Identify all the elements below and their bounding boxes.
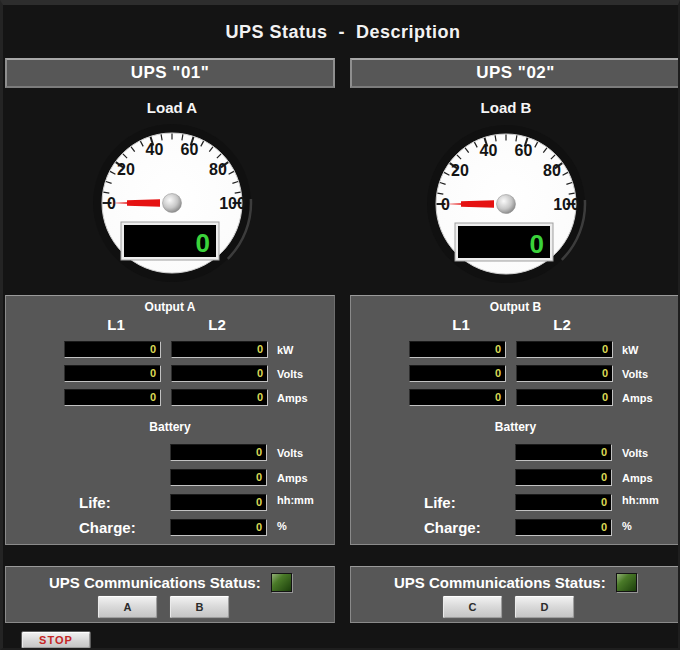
- battery-a-charge-display: 0: [170, 519, 267, 536]
- output-a-volts-l1-display: 0: [64, 365, 161, 382]
- volts-unit-label: Volts: [277, 368, 303, 380]
- gauge-a-title: Load A: [87, 99, 257, 116]
- l2-header: L2: [187, 316, 247, 333]
- ups-a-button[interactable]: A: [97, 595, 158, 619]
- gauge-hub: [163, 194, 182, 213]
- stop-button[interactable]: STOP: [21, 631, 91, 649]
- battery-a-volts-display: 0: [170, 444, 267, 461]
- output-b-heading: Output B: [351, 300, 680, 314]
- output-b-kw-l1-display: 0: [409, 341, 506, 358]
- battery-charge-unit: %: [622, 520, 632, 532]
- battery-amps-unit: Amps: [277, 472, 308, 484]
- output-a-kw-l2-display: 0: [171, 341, 268, 358]
- output-a-volts-l2-display: 0: [171, 365, 268, 382]
- kw-unit-label: kW: [622, 344, 639, 356]
- comms-status-label: UPS Communications Status:: [394, 574, 606, 591]
- comms-status-led: [616, 573, 637, 592]
- output-b-volts-l1-display: 0: [409, 365, 506, 382]
- comms-status-label: UPS Communications Status:: [49, 574, 261, 591]
- battery-b-life-display: 0: [515, 494, 612, 511]
- output-b-panel: Output B L1 L2 0 0 kW 0 0 Volts 0 0 Amps…: [350, 295, 680, 545]
- output-a-amps-l1-display: 0: [64, 389, 161, 406]
- amps-unit-label: Amps: [277, 392, 308, 404]
- svg-text:40: 40: [480, 142, 498, 159]
- output-a-amps-l2-display: 0: [171, 389, 268, 406]
- svg-text:60: 60: [515, 142, 533, 159]
- battery-life-unit: hh:mm: [277, 494, 314, 506]
- page-title: UPS Status - Description: [3, 22, 680, 43]
- battery-b-amps-display: 0: [515, 469, 612, 486]
- output-a-kw-l1-display: 0: [64, 341, 161, 358]
- life-label: Life:: [424, 494, 456, 511]
- gauge-b-title: Load B: [421, 99, 591, 116]
- load-b-gauge: 0 20 40 60 80 100 0: [421, 119, 591, 289]
- load-a-gauge: 0 20 40 60 80 100 0: [87, 118, 257, 288]
- l1-header: L1: [431, 316, 491, 333]
- ups-c-button[interactable]: C: [442, 595, 503, 619]
- l2-header: L2: [532, 316, 592, 333]
- svg-text:20: 20: [451, 162, 469, 179]
- battery-b-volts-display: 0: [515, 444, 612, 461]
- amps-unit-label: Amps: [622, 392, 653, 404]
- battery-amps-unit: Amps: [622, 472, 653, 484]
- comms-panel-1: UPS Communications Status: A B: [5, 566, 335, 623]
- charge-label: Charge:: [79, 519, 136, 536]
- svg-text:20: 20: [117, 161, 135, 178]
- output-a-heading: Output A: [6, 300, 334, 314]
- ups-status-window: UPS Status - Description UPS "01" UPS "0…: [0, 0, 680, 650]
- ups-01-header: UPS "01": [5, 58, 335, 88]
- volts-unit-label: Volts: [622, 368, 648, 380]
- charge-label: Charge:: [424, 519, 481, 536]
- ups-b-button[interactable]: B: [169, 595, 230, 619]
- comms-status-led: [271, 573, 292, 592]
- output-b-volts-l2-display: 0: [516, 365, 613, 382]
- output-b-kw-l2-display: 0: [516, 341, 613, 358]
- ups-d-button[interactable]: D: [514, 595, 575, 619]
- svg-text:40: 40: [146, 141, 164, 158]
- gauge-b-value: 0: [530, 229, 544, 259]
- battery-heading: Battery: [6, 420, 334, 434]
- gauge-hub: [497, 195, 516, 214]
- svg-text:80: 80: [209, 161, 227, 178]
- svg-text:80: 80: [543, 162, 561, 179]
- battery-volts-unit: Volts: [622, 447, 648, 459]
- battery-heading: Battery: [351, 420, 680, 434]
- life-label: Life:: [79, 494, 111, 511]
- battery-life-unit: hh:mm: [622, 494, 659, 506]
- l1-header: L1: [86, 316, 146, 333]
- battery-a-life-display: 0: [170, 494, 267, 511]
- ups-02-header: UPS "02": [350, 58, 680, 88]
- battery-b-charge-display: 0: [515, 519, 612, 536]
- battery-charge-unit: %: [277, 520, 287, 532]
- output-b-amps-l1-display: 0: [409, 389, 506, 406]
- output-a-panel: Output A L1 L2 0 0 kW 0 0 Volts 0 0 Amps…: [5, 295, 335, 545]
- battery-a-amps-display: 0: [170, 469, 267, 486]
- svg-text:100: 100: [553, 196, 580, 213]
- comms-panel-2: UPS Communications Status: C D: [350, 566, 680, 623]
- gauge-a-value: 0: [196, 228, 210, 258]
- battery-volts-unit: Volts: [277, 447, 303, 459]
- svg-text:60: 60: [181, 141, 199, 158]
- kw-unit-label: kW: [277, 344, 294, 356]
- output-b-amps-l2-display: 0: [516, 389, 613, 406]
- svg-text:100: 100: [219, 195, 246, 212]
